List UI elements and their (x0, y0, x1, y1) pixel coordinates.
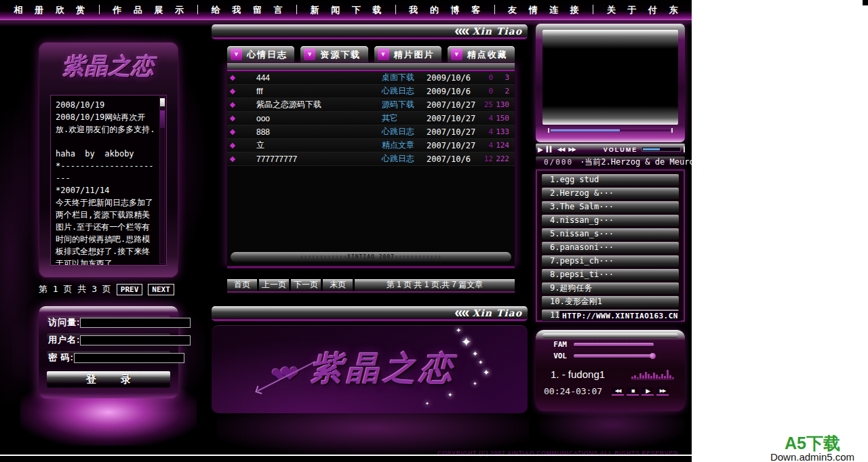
last-page-button[interactable]: 末页 (323, 279, 353, 291)
playlist-item[interactable]: 10.变形金刚1 (542, 296, 679, 308)
vol-slider[interactable] (574, 354, 654, 358)
playlist: 1.egg stud2.Herzog &···3.The Salm···4.ni… (536, 169, 685, 322)
article-category-link[interactable]: 心跳日志 (382, 85, 427, 97)
volume-slider[interactable] (642, 147, 681, 152)
content-tab[interactable]: ▼ 心情日志 (227, 46, 294, 63)
nav-item[interactable]: 我 的 博 客 (395, 0, 494, 20)
video-screen[interactable] (542, 30, 678, 125)
article-category-link[interactable]: 源码下载 (382, 99, 427, 110)
video-controls-bar: ▶ ▍▍ ◀◀ ▶▶ VOLUME (536, 144, 685, 155)
article-views: 4 (477, 114, 493, 123)
slider-end-tick (684, 146, 685, 152)
username-row: 用户名: (47, 333, 170, 347)
video-progress-bar[interactable] (551, 129, 670, 131)
table-header-bar (227, 63, 515, 71)
playlist-item[interactable]: 9.超狗任务 (542, 282, 679, 294)
brand: «« Xin Tiao (454, 307, 522, 319)
sidebar-panel: 紫晶之恋 2008/10/19 2008/10/19网站再次开放.欢迎朋友们的多… (39, 42, 178, 278)
tab-dropdown-icon[interactable]: ▼ (451, 49, 462, 60)
forward-icon[interactable]: ▶▶ (568, 146, 575, 152)
fam-slider[interactable] (574, 343, 654, 346)
table-row[interactable]: 444 桌面下载 2009/10/6 0 3 (227, 71, 515, 85)
password-label: 密 码: (48, 352, 74, 364)
vol-knob[interactable] (650, 353, 656, 359)
playlist-item[interactable]: 8.pepsi_ti··· (542, 269, 679, 280)
tab-dropdown-icon[interactable]: ▼ (304, 49, 315, 60)
content-tab[interactable]: ▼ 资源下载 (300, 46, 368, 63)
tab-dropdown-icon[interactable]: ▼ (378, 49, 389, 60)
nav-item[interactable]: 作 品 展 示 (99, 0, 198, 20)
nav-item[interactable]: 相 册 欣 赏 (0, 0, 99, 20)
page-info: 第 1 页 共 1 页,共 7 篇文章 (355, 279, 515, 291)
login-button[interactable]: 登 录 (47, 371, 170, 387)
brand-name: Xin Tiao (473, 26, 522, 37)
pause-icon[interactable]: ▍▍ (547, 146, 553, 152)
content-tab[interactable]: ▼ 精片图片 (374, 46, 441, 63)
article-category-link[interactable]: 心跳日志 (382, 126, 427, 138)
article-category-link[interactable]: 精点文章 (382, 140, 427, 151)
visits-field[interactable] (80, 318, 191, 328)
article-category-link[interactable]: 其它 (382, 112, 427, 124)
fam-row: FAM (544, 339, 677, 350)
article-title[interactable]: 888 (256, 127, 382, 137)
playlist-item[interactable]: 2.Herzog &··· (542, 188, 679, 199)
content-header-bar: «« Xin Tiao (212, 24, 528, 39)
article-title[interactable]: 立 (256, 140, 382, 151)
sparkle-icon: ✦ (425, 401, 429, 406)
site-content: 相 册 欣 赏作 品 展 示给 我 留 言新 闻 下 载我 的 博 客友 情 连… (0, 0, 692, 462)
rewind-button[interactable]: ◀◀ (612, 387, 624, 396)
play-icon[interactable]: ▶ (538, 146, 542, 153)
nav-item[interactable]: 关 于 付 东 (593, 0, 692, 20)
next-page-button[interactable]: 下一页 (291, 279, 321, 291)
article-hits: 3 (493, 73, 515, 82)
first-page-button[interactable]: 首页 (227, 279, 257, 291)
article-title[interactable]: 紫晶之恋源码下载 (256, 99, 382, 110)
nav-item[interactable]: 给 我 留 言 (197, 0, 296, 20)
article-title[interactable]: 444 (256, 73, 382, 83)
vol-fill (574, 354, 651, 358)
sidebar-prev-button[interactable]: PREV (117, 284, 143, 295)
article-category-link[interactable]: 桌面下载 (382, 72, 427, 83)
table-row[interactable]: 紫晶之恋源码下载 源码下载 2007/10/27 25 130 (227, 98, 515, 112)
volume-fill (643, 148, 660, 150)
site-url-link[interactable]: HTTP://WWW.XINTIAO163.CN (559, 311, 681, 321)
forward-button[interactable]: ▶▶ (656, 387, 669, 396)
rewind-icon[interactable]: ◀◀ (557, 146, 564, 152)
article-title[interactable]: fff (256, 87, 382, 96)
progress-tick (671, 128, 673, 133)
scrollbar-track-fill (160, 110, 165, 128)
username-field[interactable] (80, 335, 191, 345)
sidebar-pagination: 第 1 页 共 3 页 PREV NEXT (39, 283, 178, 295)
table-row[interactable]: 777777777 心跳日志 2007/10/6 12 222 (227, 152, 515, 166)
table-row[interactable]: 立 精点文章 2007/10/27 4 124 (227, 139, 515, 152)
article-category-link[interactable]: 心跳日志 (382, 153, 427, 165)
article-views: 12 (477, 154, 493, 163)
news-scrollbar[interactable] (159, 96, 165, 264)
fam-label: FAM (544, 340, 574, 349)
password-field[interactable] (74, 353, 184, 363)
table-row[interactable]: 888 心跳日志 2007/10/27 4 133 (227, 125, 515, 139)
playlist-item[interactable]: 1.egg stud (542, 174, 679, 186)
article-title[interactable]: 777777777 (256, 154, 382, 164)
playlist-item[interactable]: 6.panasoni··· (542, 242, 679, 253)
stop-button[interactable]: ■ (627, 387, 639, 396)
progress-tick (548, 128, 549, 133)
playlist-item[interactable]: 7.pepsi_ch··· (542, 255, 679, 267)
play-button[interactable]: ▶ (642, 387, 654, 396)
playlist-item[interactable]: 5.nissan_s··· (542, 228, 679, 240)
vol-row: VOL (544, 351, 677, 361)
table-row[interactable]: ooo 其它 2007/10/27 4 150 (227, 112, 515, 125)
track-counter: 0/000 (544, 158, 573, 167)
playlist-item[interactable]: 4.nissan_g··· (542, 215, 679, 226)
nav-item[interactable]: 新 闻 下 载 (296, 0, 395, 20)
prev-page-button[interactable]: 上一页 (259, 279, 289, 291)
article-title[interactable]: ooo (256, 114, 382, 123)
article-date: 2007/10/27 (427, 141, 477, 150)
playlist-item[interactable]: 3.The Salm··· (542, 201, 679, 213)
content-tab[interactable]: ▼ 精点收藏 (448, 46, 515, 63)
table-row[interactable]: fff 心跳日志 2009/10/6 0 2 (227, 85, 515, 98)
sidebar-next-button[interactable]: NEXT (148, 284, 174, 295)
nav-item[interactable]: 友 情 连 接 (494, 0, 593, 20)
tab-dropdown-icon[interactable]: ▼ (231, 49, 242, 60)
scrollbar-thumb[interactable] (160, 98, 165, 106)
